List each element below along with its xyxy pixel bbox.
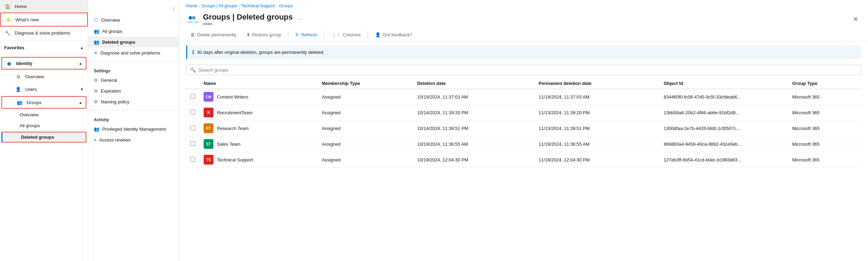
table-row[interactable]: CW Content Writers Assigned 10/19/2024, … (186, 89, 861, 105)
home-icon: 🏠 (4, 3, 11, 10)
row-checkbox-4[interactable] (190, 157, 195, 162)
page-title-group: Groups | Deleted groups ■■■■ (203, 13, 293, 26)
sidebar-item-deleted-groups[interactable]: Deleted groups (1, 132, 86, 143)
breadcrumb-home[interactable]: Home (186, 3, 197, 8)
avatar-2: RT (204, 123, 213, 133)
columns-icon: ⋮⋮ (332, 32, 341, 37)
all-groups-nav-icon: 👥 (94, 29, 99, 34)
table-row[interactable]: RT Research Team Assigned 10/14/2024, 11… (186, 121, 861, 136)
row-object-id-1: 13bb58a6-20b2-4f66-ab6e-91bf2d9... (659, 105, 788, 121)
col-object-id[interactable]: Object Id (659, 78, 788, 89)
row-group-type-3: Microsoft 365 (788, 136, 861, 152)
sidebar-label-favorites: Favorites (4, 45, 24, 50)
breadcrumb: Home › Groups | All groups › Technical S… (179, 0, 868, 10)
overview-nav-icon: ⓘ (94, 17, 98, 23)
left-panel-item-overview[interactable]: ⓘ Overview (88, 14, 179, 26)
sidebar-item-users[interactable]: 👤 Users ▼ (0, 83, 88, 95)
table-wrap: Name Membership Type Deletion date Perma… (179, 78, 868, 261)
sidebar-item-groups[interactable]: 👥 Groups ▲ (1, 96, 86, 109)
left-panel-item-expiration[interactable]: ⚙ Expiration (88, 86, 179, 96)
main-area: 《 ⓘ Overview 👥 All groups 👥 Deleted grou… (88, 0, 868, 261)
name-text-1: RecruitmentTeam (217, 110, 253, 115)
row-permanent-deletion-1: 11/13/2024, 11:39:20 PM (535, 105, 659, 121)
settings-section-label: Settings (88, 64, 179, 75)
col-group-type[interactable]: Group Type (788, 78, 861, 89)
pim-icon: 👥 (94, 126, 99, 132)
avatar-0: CW (204, 92, 213, 102)
row-checkbox-3[interactable] (190, 141, 195, 146)
favorites-chevron: ▲ (80, 46, 84, 50)
sidebar-label-whats-new: What's new (15, 17, 39, 22)
row-checkbox-cell-3[interactable] (186, 136, 199, 152)
breadcrumb-technical-support[interactable]: Technical Support (241, 3, 275, 8)
more-options-button[interactable]: ··· (297, 16, 302, 22)
sidebar-section-identity[interactable]: ◆ Identity ▲ (1, 57, 86, 70)
collapse-button[interactable]: 《 (168, 4, 177, 14)
table-row[interactable]: R RecruitmentTeam Assigned 10/14/2024, 1… (186, 105, 861, 121)
columns-button[interactable]: ⋮⋮ Columns (327, 30, 365, 39)
delete-permanently-button[interactable]: 🗑 Delete permanently (186, 30, 241, 39)
breadcrumb-groups[interactable]: Groups (279, 3, 292, 8)
row-checkbox-cell-1[interactable] (186, 105, 199, 121)
groups-chevron: ▲ (79, 101, 82, 104)
left-panel-item-naming-policy[interactable]: ⚙ Naming policy (88, 96, 179, 107)
feedback-label: Got feedback? (383, 32, 412, 37)
sidebar-item-whats-new[interactable]: ⭐ What's new (0, 13, 88, 27)
sidebar-item-all-groups[interactable]: All groups (0, 120, 88, 131)
row-checkbox-1[interactable] (190, 110, 195, 115)
identity-chevron: ▲ (79, 61, 82, 65)
row-checkbox-cell-4[interactable] (186, 152, 199, 168)
row-checkbox-0[interactable] (190, 94, 195, 99)
breadcrumb-all-groups[interactable]: Groups | All groups (202, 3, 237, 8)
close-button[interactable]: ✕ (850, 14, 861, 25)
row-group-type-0: Microsoft 365 (788, 89, 861, 105)
restore-group-button[interactable]: ⬆ Restore group (242, 30, 285, 39)
left-panel-item-access-reviews[interactable]: ≡ Access reviews (88, 135, 179, 145)
overview-icon: ⊙ (15, 73, 22, 80)
page-title: Groups | Deleted groups (203, 13, 293, 22)
activity-section-label: Activity (88, 113, 179, 124)
refresh-button[interactable]: ↻ Refresh (291, 30, 322, 39)
left-panel-item-general[interactable]: ⚙ General (88, 75, 179, 86)
row-checkbox-2[interactable] (190, 125, 195, 130)
row-membership-1: Assigned (318, 105, 413, 121)
left-panel-item-deleted-groups[interactable]: 👥 Deleted groups (88, 37, 179, 48)
identity-icon: ◆ (6, 60, 13, 67)
table-row[interactable]: TS Technical Support Assigned 10/19/2024… (186, 152, 861, 168)
sidebar-item-home[interactable]: 🏠 Home (0, 0, 88, 13)
feedback-button[interactable]: 👤 Got feedback? (371, 30, 417, 39)
col-permanent-deletion-date[interactable]: Permanent deletion date (535, 78, 659, 89)
search-input[interactable] (199, 67, 857, 73)
sidebar-item-diagnose[interactable]: 🔧 Diagnose & solve problems (0, 27, 88, 39)
left-panel-label-deleted-groups: Deleted groups (102, 39, 135, 45)
page-header: Groups | Deleted groups ■■■■ ··· ✕ (179, 10, 868, 29)
restore-group-label: Restore group (252, 32, 281, 37)
sidebar-item-overview-grp[interactable]: Overview (0, 109, 88, 120)
row-membership-0: Assigned (318, 89, 413, 105)
svg-point-1 (192, 16, 196, 20)
row-group-type-1: Microsoft 365 (788, 105, 861, 121)
avatar-3: ST (204, 139, 213, 149)
row-object-id-3: 866893a4-9458-40ca-8892-43ce0eb... (659, 136, 788, 152)
left-panel-label-all-groups: All groups (102, 29, 122, 34)
refresh-label: Refresh (301, 32, 317, 37)
col-name[interactable]: Name (199, 78, 318, 89)
row-permanent-deletion-3: 11/18/2024, 11:36:55 AM (535, 136, 659, 152)
col-membership-type[interactable]: Membership Type (318, 78, 413, 89)
row-deletion-date-4: 10/19/2024, 12:04:30 PM (413, 152, 534, 168)
left-panel-item-all-groups[interactable]: 👥 All groups (88, 26, 179, 37)
sidebar-section-favorites[interactable]: Favorites ▲ (0, 42, 88, 53)
toolbar-sep-3 (368, 31, 368, 39)
row-checkbox-cell-0[interactable] (186, 89, 199, 105)
search-bar: 🔍 (186, 65, 861, 75)
name-text-0: Content Writers (217, 94, 248, 100)
delete-permanently-label: Delete permanently (197, 32, 237, 37)
row-name-1: R RecruitmentTeam (199, 105, 318, 121)
sidebar-item-overview[interactable]: ⊙ Overview (0, 70, 88, 83)
row-checkbox-cell-2[interactable] (186, 121, 199, 136)
left-panel-item-diagnose[interactable]: ✕ Diagnose and solve problems (88, 48, 179, 58)
expiration-icon: ⚙ (94, 88, 98, 94)
col-deletion-date[interactable]: Deletion date (413, 78, 534, 89)
left-panel-item-pim[interactable]: 👥 Privileged Identity Management (88, 124, 179, 135)
table-row[interactable]: ST Sales Team Assigned 10/19/2024, 11:36… (186, 136, 861, 152)
